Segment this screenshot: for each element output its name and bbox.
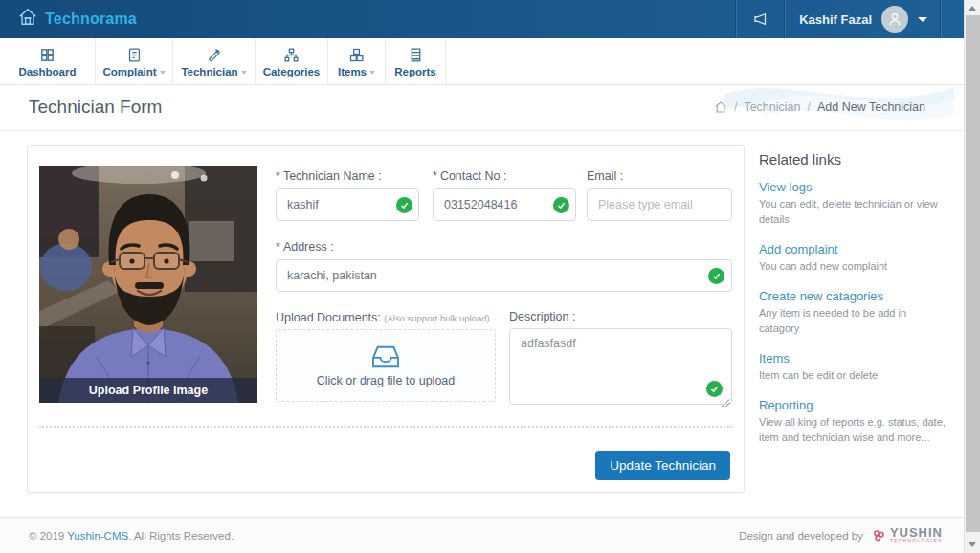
yushin-logo-text: YUSHIN TECHNOLOGIES	[890, 526, 943, 544]
link-view-logs[interactable]: View logs	[759, 180, 947, 194]
yushin-clover-icon	[871, 528, 886, 543]
technorama-app: Technorama Kashif Fazal	[0, 0, 980, 553]
home-icon[interactable]	[714, 100, 727, 114]
main-nav: Dashboard Complaint Technician Categorie…	[0, 38, 964, 85]
nav-item-categories[interactable]: Categories	[256, 38, 328, 84]
yushin-cms-link[interactable]: Yushin-CMS	[67, 530, 128, 542]
nav-label-reports: Reports	[394, 66, 435, 77]
upload-profile-image-label: Upload Profile Image	[89, 384, 208, 397]
brand-name: Technorama	[45, 11, 137, 28]
link-reporting[interactable]: Reporting	[759, 398, 947, 412]
categories-icon	[283, 47, 300, 63]
scroll-up-arrow-icon[interactable]	[969, 6, 976, 11]
scroll-down-arrow-icon[interactable]	[969, 542, 976, 547]
top-header: Technorama Kashif Fazal	[0, 0, 964, 38]
copyright-text: © 2019 Yushin-CMS. All Rights Reserved.	[29, 530, 234, 542]
nav-item-dashboard[interactable]: Dashboard	[0, 38, 96, 84]
link-desc: You can add new complaint	[759, 259, 947, 275]
items-icon	[348, 47, 365, 63]
breadcrumb-current: Add New Technician	[817, 100, 925, 114]
related-link-group: View logs You can edit, delete technicia…	[759, 180, 947, 228]
profile-photo: Upload Profile Image	[39, 166, 257, 403]
link-desc: Item can be edit or delete	[759, 368, 947, 384]
related-link-group: Items Item can be edit or delete	[759, 351, 947, 384]
nav-label-categories: Categories	[263, 66, 320, 77]
page-title: Technician Form	[29, 97, 162, 118]
related-link-group: Add complaint You can add new complaint	[759, 242, 947, 275]
nav-item-items[interactable]: Items	[328, 38, 386, 84]
valid-check-icon	[553, 197, 569, 213]
required-marker: *	[433, 169, 437, 183]
technician-form-card: Upload Profile Image *Technician Name : …	[27, 145, 745, 493]
nav-label-items: Items	[338, 66, 375, 77]
technician-icon	[206, 47, 222, 63]
email-input[interactable]	[587, 188, 732, 221]
contact-no-group: *Contact No :	[433, 169, 576, 221]
inbox-upload-icon	[371, 344, 400, 369]
description-label: Description :	[509, 310, 732, 323]
valid-check-icon	[396, 197, 412, 213]
brand-logo[interactable]: Technorama	[0, 7, 137, 32]
chevron-down-icon	[369, 71, 375, 75]
link-create-categories[interactable]: Create new catagories	[759, 289, 947, 303]
file-dropzone[interactable]: Click or drag file to upload	[276, 329, 496, 402]
nav-label-technician: Technician	[181, 66, 246, 77]
nav-item-technician[interactable]: Technician	[173, 38, 256, 84]
link-add-complaint[interactable]: Add complaint	[759, 242, 947, 256]
credits-text: Design and developed by	[739, 530, 863, 542]
yushin-logo[interactable]: YUSHIN TECHNOLOGIES	[871, 526, 943, 544]
address-group: *Address :	[276, 240, 732, 292]
related-links-panel: Related links View logs You can edit, de…	[759, 151, 947, 460]
address-label: *Address :	[276, 240, 732, 254]
announcements-button[interactable]	[736, 0, 785, 38]
dropzone-text: Click or drag file to upload	[317, 374, 456, 387]
valid-check-icon	[708, 268, 724, 284]
valid-check-icon	[706, 381, 723, 397]
person-icon	[887, 11, 902, 27]
required-marker: *	[276, 240, 280, 254]
breadcrumb-technician[interactable]: Technician	[744, 100, 800, 114]
email-group: Email :	[587, 169, 732, 221]
chevron-down-icon	[160, 71, 166, 75]
user-menu[interactable]: Kashif Fazal	[785, 0, 941, 38]
chevron-down-icon	[918, 17, 927, 22]
address-input[interactable]	[276, 259, 732, 292]
breadcrumb-separator: /	[807, 100, 810, 114]
credits: Design and developed by YUSHIN TECHNOLOG…	[739, 526, 943, 544]
dashboard-icon	[39, 47, 56, 63]
description-group: Description : adfasfasdf	[509, 310, 732, 409]
related-link-group: Create new catagories Any item is needed…	[759, 289, 947, 337]
house-logo-icon	[17, 7, 38, 32]
related-link-group: Reporting View all king of reports e.g. …	[759, 398, 947, 446]
megaphone-icon	[752, 11, 769, 28]
header-spacer	[941, 0, 964, 38]
link-desc: You can edit, delete technician or view …	[759, 197, 947, 228]
page-title-band: Technician Form / Technician / Add New T…	[0, 85, 964, 131]
breadcrumb: / Technician / Add New Technician	[714, 100, 925, 114]
footer: © 2019 Yushin-CMS. All Rights Reserved. …	[0, 517, 964, 553]
link-items[interactable]: Items	[759, 351, 947, 365]
technician-name-group: *Technician Name :	[276, 169, 419, 221]
reports-icon	[408, 47, 424, 63]
chevron-down-icon	[241, 71, 247, 75]
required-marker: *	[276, 169, 280, 183]
breadcrumb-separator: /	[734, 100, 737, 114]
update-technician-button[interactable]: Update Technician	[595, 451, 730, 480]
upload-hint: (Also support bulk upload)	[384, 313, 489, 323]
header-actions: Kashif Fazal	[736, 0, 964, 38]
scrollbar-thumb[interactable]	[966, 15, 980, 532]
user-name: Kashif Fazal	[799, 12, 872, 27]
textarea-resize-handle[interactable]	[722, 398, 730, 407]
page-scrollbar[interactable]	[964, 0, 980, 553]
avatar	[881, 6, 908, 33]
nav-label-dashboard: Dashboard	[18, 66, 76, 77]
nav-item-reports[interactable]: Reports	[386, 38, 446, 84]
description-textarea[interactable]: adfasfasdf	[509, 328, 732, 405]
contact-no-label: *Contact No :	[433, 169, 576, 183]
form-separator	[39, 426, 732, 428]
nav-item-complaint[interactable]: Complaint	[96, 38, 173, 84]
upload-documents-label: Upload Documents: (Also support bulk upl…	[276, 311, 505, 324]
email-label: Email :	[587, 169, 732, 183]
related-links-title: Related links	[759, 151, 947, 167]
profile-image-uploader[interactable]: Upload Profile Image	[39, 166, 257, 403]
